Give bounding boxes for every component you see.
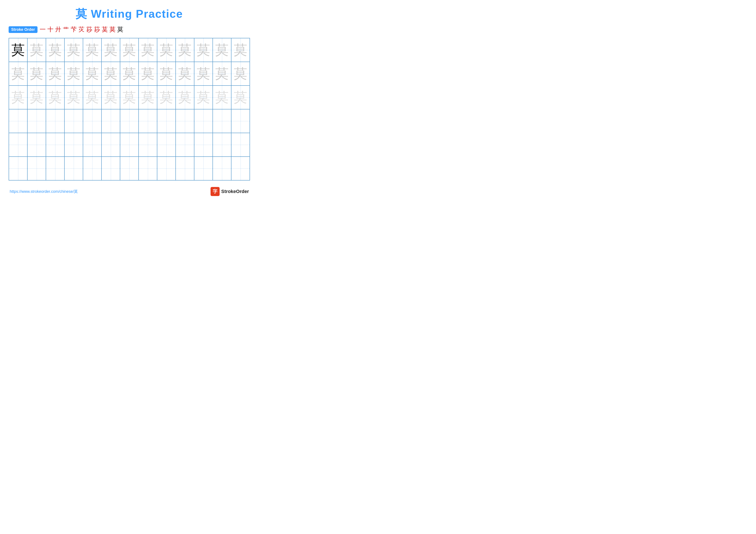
- grid-char: 莫: [67, 43, 80, 57]
- grid-cell: [9, 157, 27, 180]
- grid-cell: 莫: [65, 86, 83, 109]
- grid-cell: 莫: [46, 62, 65, 86]
- grid-cell: 莫: [176, 62, 194, 86]
- grid-cell: 莫: [231, 86, 250, 109]
- grid-char: 莫: [12, 91, 25, 104]
- grid-char: 莫: [197, 43, 210, 57]
- grid-cell: 莫: [231, 62, 250, 86]
- grid-char: 莫: [178, 67, 192, 80]
- grid-char: 莫: [178, 43, 192, 57]
- grid-cell: 莫: [213, 86, 231, 109]
- stroke-4: 艹: [63, 25, 69, 34]
- stroke-2: 十: [47, 25, 53, 34]
- grid-cell: [157, 157, 176, 180]
- grid-cell: 莫: [27, 62, 46, 86]
- grid-cell: [139, 109, 157, 133]
- grid-cell: 莫: [65, 38, 83, 62]
- grid-cell: 莫: [120, 86, 139, 109]
- grid-char: 莫: [215, 43, 229, 57]
- grid-char: 莫: [234, 43, 247, 57]
- grid-cell: [213, 157, 231, 180]
- grid-char: 莫: [48, 91, 62, 104]
- logo-icon: 字: [210, 187, 220, 196]
- grid-cell: [46, 133, 65, 157]
- grid-char: 莫: [197, 91, 210, 104]
- grid-char: 莫: [30, 43, 43, 57]
- grid-cell: 莫: [120, 38, 139, 62]
- grid-cell: [157, 109, 176, 133]
- grid-cell: 莫: [46, 86, 65, 109]
- grid-cell: 莫: [83, 62, 101, 86]
- logo-text: StrokeOrder: [221, 189, 249, 194]
- grid-char: 莫: [141, 43, 154, 57]
- grid-char: 莫: [12, 67, 25, 80]
- grid-cell: [101, 157, 120, 180]
- stroke-8: 莏: [94, 25, 100, 34]
- grid-char: 莫: [215, 67, 229, 80]
- stroke-6: 苂: [78, 25, 85, 34]
- grid-char: 莫: [86, 67, 99, 80]
- footer-url[interactable]: https://www.strokeorder.com/chinese/莫: [10, 189, 78, 194]
- grid-cell: [101, 133, 120, 157]
- grid-cell: [176, 157, 194, 180]
- grid-cell: [194, 109, 213, 133]
- grid-cell: 莫: [27, 86, 46, 109]
- stroke-11: 莫: [117, 25, 123, 34]
- grid-cell: [27, 157, 46, 180]
- grid-cell: [157, 133, 176, 157]
- grid-cell: [120, 133, 139, 157]
- stroke-order-row: Stroke Order 一 十 廾 艹 芐 苂 莏 莏 茣 莫 莫: [9, 25, 250, 34]
- grid-char: 莫: [67, 67, 80, 80]
- grid-cell: [83, 109, 101, 133]
- grid-cell: 莫: [9, 62, 27, 86]
- grid-cell: [194, 133, 213, 157]
- title-text: Writing Practice: [87, 8, 183, 20]
- grid-cell: 莫: [9, 86, 27, 109]
- grid-cell: 莫: [101, 62, 120, 86]
- grid-char: 莫: [234, 91, 247, 104]
- grid-cell: [231, 133, 250, 157]
- grid-cell: [65, 133, 83, 157]
- grid-cell: 莫: [83, 86, 101, 109]
- grid-cell: [213, 109, 231, 133]
- grid-cell: 莫: [46, 38, 65, 62]
- stroke-10: 莫: [109, 25, 116, 34]
- grid-char: 莫: [104, 67, 118, 80]
- grid-cell: 莫: [65, 62, 83, 86]
- grid-cell: [65, 157, 83, 180]
- grid-cell: 莫: [139, 62, 157, 86]
- stroke-order-badge: Stroke Order: [9, 26, 38, 33]
- grid-char: 莫: [160, 67, 173, 80]
- grid-char: 莫: [178, 91, 192, 104]
- stroke-sequence: 一 十 廾 艹 芐 苂 莏 莏 茣 莫 莫: [40, 25, 123, 34]
- stroke-5: 芐: [71, 25, 77, 34]
- grid-cell: 莫: [9, 38, 27, 62]
- grid-char: 莫: [234, 67, 247, 80]
- grid-cell: 莫: [120, 62, 139, 86]
- grid-char: 莫: [197, 67, 210, 80]
- stroke-3: 廾: [55, 25, 61, 34]
- grid-cell: [139, 157, 157, 180]
- stroke-1: 一: [40, 25, 46, 34]
- footer: https://www.strokeorder.com/chinese/莫 字 …: [9, 187, 250, 196]
- grid-cell: 莫: [176, 86, 194, 109]
- grid-cell: [120, 157, 139, 180]
- grid-char: 莫: [160, 43, 173, 57]
- grid-char: 莫: [86, 91, 99, 104]
- grid-cell: [27, 109, 46, 133]
- footer-logo: 字 StrokeOrder: [210, 187, 249, 196]
- grid-cell: 莫: [194, 86, 213, 109]
- grid-cell: 莫: [231, 38, 250, 62]
- practice-grid: 莫莫莫莫莫莫莫莫莫莫莫莫莫莫莫莫莫莫莫莫莫莫莫莫莫莫莫莫莫莫莫莫莫莫莫莫莫莫莫: [9, 38, 250, 181]
- grid-cell: [101, 109, 120, 133]
- grid-cell: [213, 133, 231, 157]
- grid-cell: [176, 133, 194, 157]
- grid-cell: 莫: [194, 62, 213, 86]
- grid-cell: [231, 157, 250, 180]
- grid-char: 莫: [122, 91, 136, 104]
- grid-char: 莫: [122, 67, 136, 80]
- grid-cell: [27, 133, 46, 157]
- stroke-9: 茣: [102, 25, 108, 34]
- grid-cell: 莫: [157, 62, 176, 86]
- grid-cell: 莫: [83, 38, 101, 62]
